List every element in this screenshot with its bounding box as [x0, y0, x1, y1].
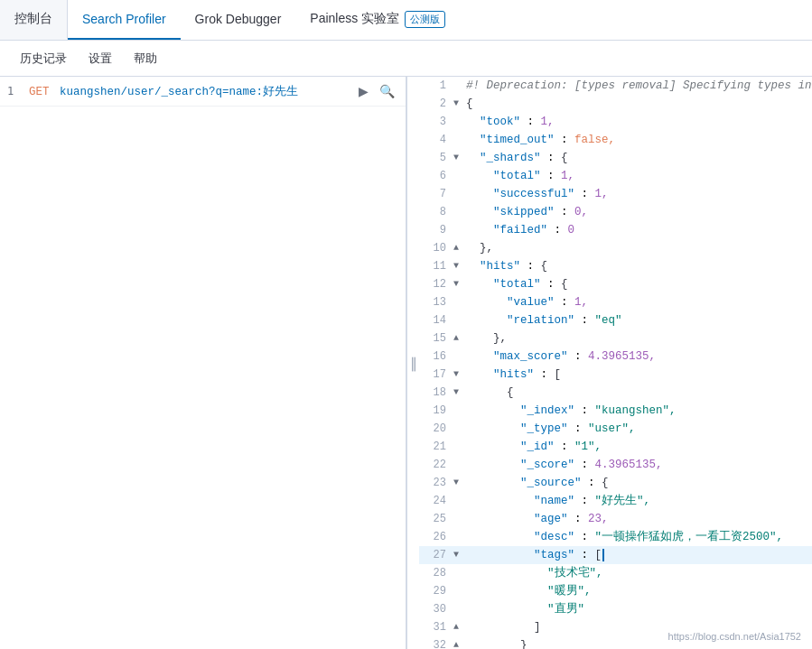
code-line: 18▼ { [419, 384, 812, 402]
line-number: 2 [419, 95, 453, 113]
nav-history[interactable]: 历史记录 [11, 47, 76, 70]
code-line: 3 "took" : 1, [419, 113, 812, 131]
line-number: 17 [419, 366, 453, 384]
query-row: 1 GET kuangshen/user/_search?q=name:好先生 … [0, 77, 406, 107]
line-toggle[interactable]: ▲ [453, 636, 466, 649]
line-number: 21 [419, 438, 453, 456]
left-panel: 1 GET kuangshen/user/_search?q=name:好先生 … [0, 77, 406, 649]
line-content: "name" : "好先生", [466, 492, 812, 510]
line-toggle[interactable]: ▼ [453, 275, 466, 293]
line-toggle[interactable]: ▲ [453, 329, 466, 348]
code-line: 21 "_id" : "1", [419, 438, 812, 456]
code-line: 24 "name" : "好先生", [419, 492, 812, 510]
line-number: 29 [419, 582, 453, 600]
line-toggle[interactable]: ▼ [453, 366, 466, 384]
line-number: 7 [419, 185, 453, 203]
line-number: 18 [419, 384, 453, 402]
line-number: 8 [419, 203, 453, 221]
line-content: "技术宅", [466, 564, 812, 582]
line-content: { [466, 384, 812, 402]
query-text: GET kuangshen/user/_search?q=name:好先生 [29, 84, 348, 99]
line-number: 13 [419, 293, 453, 311]
query-line-number: 1 [7, 85, 22, 97]
line-content: "直男" [466, 600, 812, 618]
line-content: #! Deprecation: [types removal] Specifyi… [466, 77, 812, 95]
line-content: "tags" : [ [466, 546, 812, 564]
line-content: "total" : { [466, 275, 812, 293]
code-line: 27▼ "tags" : [ [419, 546, 812, 564]
line-number: 3 [419, 113, 453, 131]
json-viewer[interactable]: 1#! Deprecation: [types removal] Specify… [419, 77, 812, 649]
line-content: "age" : 23, [466, 510, 812, 528]
line-number: 14 [419, 311, 453, 329]
line-toggle[interactable]: ▼ [453, 474, 466, 492]
code-line: 2▼{ [419, 95, 812, 113]
code-line: 17▼ "hits" : [ [419, 366, 812, 384]
nav-help[interactable]: 帮助 [125, 47, 166, 70]
line-number: 32 [419, 636, 453, 649]
left-content-area [0, 107, 406, 649]
line-content: "timed_out" : false, [466, 131, 812, 149]
line-toggle[interactable]: ▼ [453, 384, 466, 402]
code-line: 23▼ "_source" : { [419, 474, 812, 492]
line-content: "_type" : "user", [466, 420, 812, 438]
line-number: 10 [419, 239, 453, 257]
code-line: 30 "直男" [419, 600, 812, 618]
line-number: 24 [419, 492, 453, 510]
line-toggle[interactable]: ▼ [453, 546, 466, 564]
code-line: 15▲ }, [419, 329, 812, 348]
line-number: 1 [419, 77, 453, 95]
code-line: 14 "relation" : "eq" [419, 311, 812, 329]
copy-button[interactable]: 🔍 [376, 82, 398, 100]
query-path: kuangshen/user/_search?q=name:好先生 [60, 86, 298, 98]
line-content: "skipped" : 0, [466, 203, 812, 221]
line-content: "_shards" : { [466, 149, 812, 167]
line-toggle[interactable]: ▼ [453, 149, 466, 167]
code-line: 25 "age" : 23, [419, 510, 812, 528]
nav-search-profiler[interactable]: Search Profiler [68, 0, 181, 40]
code-line: 6 "total" : 1, [419, 167, 812, 185]
code-line: 29 "暖男", [419, 582, 812, 600]
line-content: "took" : 1, [466, 113, 812, 131]
line-content: "desc" : "一顿操作猛如虎，一看工资2500", [466, 528, 812, 546]
line-content: "暖男", [466, 582, 812, 600]
line-content: "value" : 1, [466, 293, 812, 311]
query-actions: ▶ 🔍 [355, 82, 398, 100]
line-content: "hits" : [ [466, 366, 812, 384]
line-number: 15 [419, 329, 453, 348]
line-toggle[interactable]: ▼ [453, 257, 466, 275]
code-line: 28 "技术宅", [419, 564, 812, 582]
code-line: 19 "_index" : "kuangshen", [419, 402, 812, 420]
nav-settings[interactable]: 设置 [79, 47, 121, 70]
line-number: 6 [419, 167, 453, 185]
code-line: 20 "_type" : "user", [419, 420, 812, 438]
line-number: 27 [419, 546, 453, 564]
line-toggle[interactable]: ▼ [453, 95, 466, 113]
line-toggle[interactable]: ▲ [453, 239, 466, 257]
watermark: https://blog.csdn.net/Asia1752 [668, 631, 801, 642]
line-content: }, [466, 329, 812, 348]
line-content: "successful" : 1, [466, 185, 812, 203]
code-line: 9 "failed" : 0 [419, 221, 812, 239]
code-line: 1#! Deprecation: [types removal] Specify… [419, 77, 812, 95]
line-number: 19 [419, 402, 453, 420]
line-number: 22 [419, 456, 453, 474]
nav-grok-debugger[interactable]: Grok Debugger [181, 0, 296, 40]
line-content: }, [466, 239, 812, 257]
code-line: 4 "timed_out" : false, [419, 131, 812, 149]
line-number: 26 [419, 528, 453, 546]
line-content: "_index" : "kuangshen", [466, 402, 812, 420]
line-toggle[interactable]: ▲ [453, 618, 466, 636]
line-number: 5 [419, 149, 453, 167]
beta-badge: 公测版 [405, 11, 445, 28]
nav-painless-lab[interactable]: Painless 实验室 公测版 [295, 0, 460, 40]
cursor [602, 549, 604, 561]
line-content: "_id" : "1", [466, 438, 812, 456]
nav-console[interactable]: 控制台 [0, 0, 68, 40]
main-area: 1 GET kuangshen/user/_search?q=name:好先生 … [0, 77, 812, 649]
line-content: "max_score" : 4.3965135, [466, 348, 812, 366]
top-navigation: 控制台 Search Profiler Grok Debugger Painle… [0, 0, 812, 41]
run-button[interactable]: ▶ [355, 82, 372, 100]
line-content: "hits" : { [466, 257, 812, 275]
code-line: 22 "_score" : 4.3965135, [419, 456, 812, 474]
